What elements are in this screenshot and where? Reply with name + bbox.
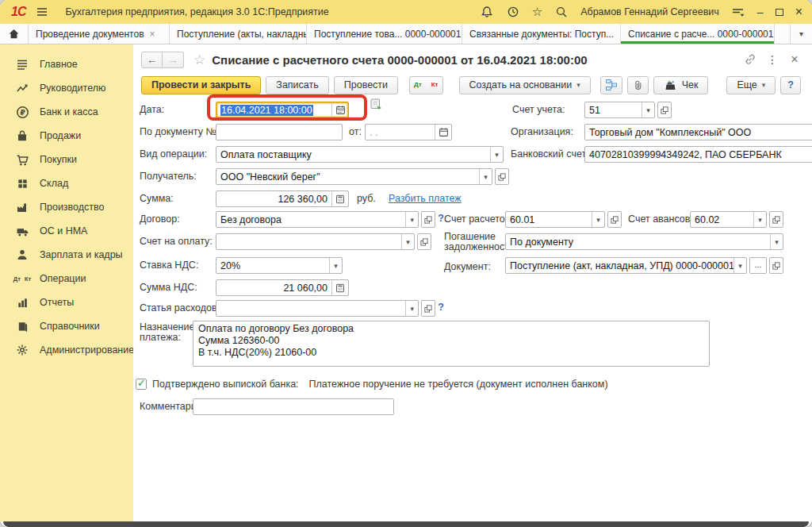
- document-structure-button[interactable]: [600, 76, 622, 94]
- dropdown-icon[interactable]: ▾: [329, 258, 342, 273]
- vat-amount-field[interactable]: 21 060,00: [216, 279, 349, 296]
- tab-bank-write-off[interactable]: Списание с расче... 0000-000001 ×: [621, 24, 775, 44]
- date-input[interactable]: 16.04.2021 18:00:00: [216, 102, 349, 118]
- open-icon[interactable]: [657, 102, 672, 118]
- advance-account-field[interactable]: 60.02 ▾: [690, 211, 767, 228]
- calendar-icon[interactable]: [435, 125, 451, 140]
- advance-account-label: Счет авансов:: [628, 213, 693, 225]
- attachments-button[interactable]: [627, 76, 649, 94]
- tab-list-dropdown-icon[interactable]: ▾: [790, 24, 812, 44]
- dropdown-icon[interactable]: ▾: [479, 169, 492, 184]
- payment-invoice-field[interactable]: ▾: [216, 233, 415, 250]
- comment-input[interactable]: [193, 398, 394, 415]
- service-menu-icon[interactable]: [731, 5, 745, 19]
- sidebar-item-purchases[interactable]: Покупки: [0, 148, 133, 171]
- current-user[interactable]: Абрамов Геннадий Сергеевич: [580, 6, 719, 17]
- contract-field[interactable]: Без договора ▾: [216, 211, 419, 228]
- open-icon[interactable]: [417, 233, 431, 250]
- search-icon[interactable]: [554, 5, 569, 19]
- choose-document-button[interactable]: ...: [749, 257, 767, 274]
- open-icon[interactable]: [495, 168, 509, 185]
- receipt-button[interactable]: Чек: [653, 76, 709, 94]
- sidebar-item-reports[interactable]: Отчеты: [0, 290, 133, 314]
- bank-account-field[interactable]: 40702810399994349242, ПАО СБЕРБАНК ▾: [584, 146, 812, 163]
- show-postings-button[interactable]: ДтКт: [409, 76, 442, 94]
- settlement-account-field[interactable]: 60.01 ▾: [505, 211, 605, 228]
- post-button[interactable]: Провести: [334, 76, 398, 94]
- create-based-on-button[interactable]: Создать на основании▾: [459, 76, 591, 94]
- help-button[interactable]: ?: [780, 76, 801, 94]
- split-payment-link[interactable]: Разбить платеж: [389, 193, 462, 204]
- back-arrow-button[interactable]: ←: [141, 52, 163, 68]
- sidebar-item-operations[interactable]: ДтКт Операции: [0, 267, 133, 290]
- base-document-field[interactable]: Поступление (акт, накладная, УПД) 0000-0…: [505, 257, 747, 274]
- help-icon[interactable]: ?: [438, 302, 444, 313]
- home-tab[interactable]: [0, 24, 29, 44]
- more-button[interactable]: Еще▾: [726, 76, 776, 94]
- sidebar-item-bank-cash[interactable]: ₽ Банк и касса: [0, 100, 133, 124]
- debt-repayment-field[interactable]: По документу ▾: [505, 233, 783, 250]
- dropdown-icon[interactable]: ▾: [733, 258, 746, 273]
- dropdown-icon[interactable]: ▾: [490, 147, 503, 162]
- base-document-row: Поступление (акт, накладная, УПД) 0000-0…: [505, 257, 783, 274]
- forward-arrow-button[interactable]: →: [163, 52, 184, 68]
- calculator-icon[interactable]: [331, 280, 348, 295]
- sidebar-item-label: Главное: [40, 59, 78, 70]
- calculator-icon[interactable]: [331, 191, 348, 206]
- help-icon[interactable]: ?: [438, 213, 444, 224]
- sidebar-item-main[interactable]: Главное: [0, 52, 133, 76]
- open-icon[interactable]: [421, 211, 435, 228]
- tab-close-icon[interactable]: ×: [150, 29, 155, 40]
- window-maximize-button[interactable]: [776, 9, 783, 16]
- date-row: 16.04.2021 18:00:00: [216, 102, 349, 118]
- tab-related-documents[interactable]: Связанные документы: Поступ... ×: [462, 24, 621, 44]
- sidebar-item-administration[interactable]: Администрирование: [0, 338, 133, 362]
- open-icon[interactable]: [769, 211, 783, 228]
- dropdown-icon[interactable]: ▾: [405, 212, 418, 227]
- amount-field[interactable]: 126 360,00: [216, 190, 349, 207]
- more-menu-icon[interactable]: ⋮: [764, 52, 780, 67]
- tab-document-posting[interactable]: Проведение документов ×: [29, 24, 170, 44]
- tab-receipts-list[interactable]: Поступление (акты, накладные... ×: [170, 24, 307, 44]
- get-link-icon[interactable]: [742, 52, 758, 67]
- calendar-icon[interactable]: [331, 102, 348, 117]
- organization-field[interactable]: Торговый дом "Комплексный" ООО ▾: [584, 124, 812, 140]
- sidebar-item-salary-hr[interactable]: Зарплата и кадры: [0, 243, 133, 267]
- sidebar-item-directories[interactable]: Справочники: [0, 314, 133, 338]
- dropdown-icon[interactable]: ▾: [401, 234, 414, 249]
- by-document-date-input[interactable]: . .: [365, 124, 452, 140]
- bank-confirmed-checkbox[interactable]: [136, 379, 147, 390]
- sidebar-item-fixed-assets[interactable]: ОС и НМА: [0, 219, 133, 243]
- open-icon[interactable]: [769, 257, 783, 274]
- vat-rate-field[interactable]: 20% ▾: [216, 257, 343, 274]
- dropdown-icon[interactable]: ▾: [753, 212, 766, 227]
- payment-purpose-textarea[interactable]: Оплата по договору Без договора Сумма 12…: [193, 321, 710, 367]
- save-button[interactable]: Записать: [266, 76, 328, 94]
- sidebar-item-warehouse[interactable]: Склад: [0, 171, 133, 195]
- favorites-star-icon[interactable]: ☆: [532, 5, 542, 19]
- dropdown-icon[interactable]: ▾: [592, 212, 604, 227]
- tab-goods-receipt[interactable]: Поступление това... 0000-000001 ×: [307, 24, 462, 44]
- open-icon[interactable]: [421, 300, 435, 317]
- form-close-icon[interactable]: ×: [787, 52, 802, 67]
- window-minimize-button[interactable]: –: [757, 8, 764, 16]
- main-menu-icon[interactable]: [35, 5, 49, 19]
- history-icon[interactable]: [506, 5, 520, 19]
- dropdown-icon[interactable]: ▾: [405, 301, 418, 316]
- sidebar-item-production[interactable]: Производство: [0, 195, 133, 219]
- expense-item-field[interactable]: ▾: [216, 300, 419, 317]
- sidebar-item-manager[interactable]: Руководителю: [0, 76, 133, 100]
- sidebar-item-sales[interactable]: Продажи: [0, 124, 133, 148]
- dropdown-icon[interactable]: ▾: [642, 102, 654, 117]
- notifications-bell-icon[interactable]: [480, 5, 494, 19]
- payee-field[interactable]: ООО "Невский берег" ▾: [216, 168, 492, 185]
- open-icon[interactable]: [607, 211, 622, 228]
- window-close-button[interactable]: ×: [795, 7, 802, 17]
- sidebar-item-label: Справочники: [40, 321, 100, 332]
- account-field[interactable]: 51 ▾: [584, 102, 655, 118]
- dropdown-icon[interactable]: ▾: [770, 234, 783, 249]
- operation-kind-field[interactable]: Оплата поставщику ▾: [216, 146, 504, 163]
- by-document-number-input[interactable]: [216, 124, 343, 140]
- post-and-close-button[interactable]: Провести и закрыть: [141, 76, 261, 94]
- favorite-star-icon[interactable]: ☆: [193, 52, 205, 68]
